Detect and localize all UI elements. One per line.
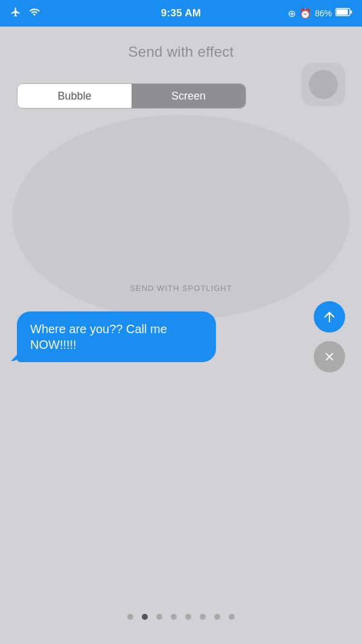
status-left-icons — [10, 7, 41, 20]
action-buttons — [314, 301, 345, 372]
dot-7[interactable] — [214, 614, 220, 620]
svg-rect-1 — [337, 10, 348, 15]
page-title: Send with effect — [128, 43, 233, 60]
spotlight-section: SEND WITH SPOTLIGHT Where are you?? Call… — [0, 284, 362, 372]
dot-3[interactable] — [156, 614, 162, 620]
send-preview-button[interactable] — [302, 63, 345, 106]
battery-icon — [335, 8, 352, 19]
pagination-dots — [127, 614, 235, 620]
dot-2[interactable] — [142, 614, 148, 620]
status-bar: 9:35 AM ⊕ ⏰ 86% — [0, 0, 362, 27]
cancel-button[interactable] — [314, 341, 345, 372]
dot-6[interactable] — [200, 614, 206, 620]
tab-bubble[interactable]: Bubble — [17, 84, 132, 108]
segment-control[interactable]: Bubble Screen — [17, 83, 246, 109]
send-preview-inner-circle — [309, 70, 338, 99]
lock-icon: ⊕ — [288, 8, 296, 19]
status-time: 9:35 AM — [161, 7, 202, 19]
message-bubble: Where are you?? Call me NOW!!!!! — [17, 311, 216, 362]
dot-1[interactable] — [127, 614, 133, 620]
alarm-icon: ⏰ — [299, 8, 311, 19]
main-content: Send with effect Bubble Screen SEND WITH… — [0, 27, 362, 644]
dot-4[interactable] — [171, 614, 177, 620]
battery-percent: 86% — [315, 8, 332, 18]
svg-rect-2 — [351, 11, 352, 14]
wifi-icon — [28, 7, 41, 20]
message-text: Where are you?? Call me NOW!!!!! — [30, 322, 167, 351]
status-right-icons: ⊕ ⏰ 86% — [288, 8, 352, 19]
message-row: Where are you?? Call me NOW!!!!! — [0, 301, 362, 372]
send-button[interactable] — [314, 301, 345, 333]
dot-8[interactable] — [229, 614, 235, 620]
spotlight-label: SEND WITH SPOTLIGHT — [130, 284, 232, 293]
airplane-icon — [10, 7, 22, 20]
tab-screen[interactable]: Screen — [132, 84, 246, 108]
dot-5[interactable] — [185, 614, 191, 620]
